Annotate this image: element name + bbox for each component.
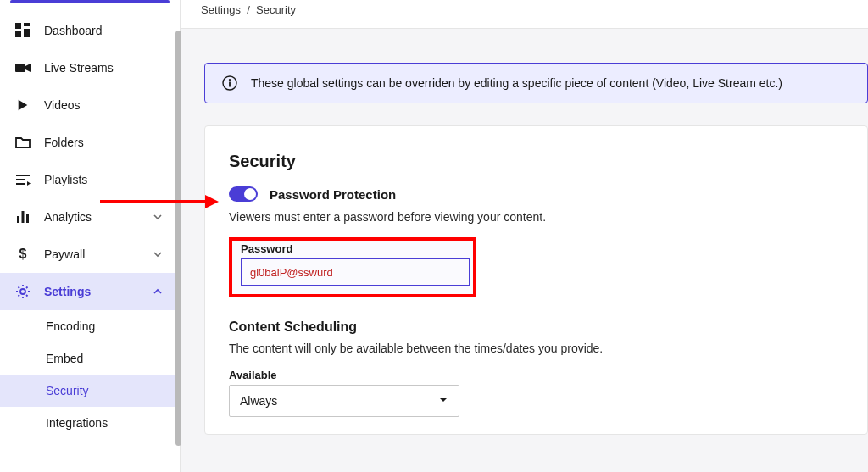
subnav-integrations[interactable]: Integrations xyxy=(0,407,180,439)
sidebar-item-label: Analytics xyxy=(44,210,139,224)
svg-rect-8 xyxy=(17,216,19,223)
breadcrumb-leaf: Security xyxy=(256,3,296,16)
svg-rect-15 xyxy=(229,82,231,87)
svg-rect-10 xyxy=(26,214,29,223)
available-value: Always xyxy=(240,394,277,408)
chevron-down-icon xyxy=(153,248,164,260)
sidebar-item-label: Folders xyxy=(44,136,164,149)
sidebar-item-label: Live Streams xyxy=(44,61,164,75)
camera-icon xyxy=(15,60,31,75)
info-banner-text: These global settings can be overriden b… xyxy=(251,76,782,90)
subnav-label: Encoding xyxy=(46,319,95,333)
subnav-label: Embed xyxy=(46,352,83,365)
breadcrumb-root[interactable]: Settings xyxy=(201,3,241,16)
caret-down-icon xyxy=(438,394,448,408)
sidebar-item-videos[interactable]: Videos xyxy=(0,86,180,124)
sidebar-item-folders[interactable]: Folders xyxy=(0,124,180,161)
sidebar-item-paywall[interactable]: $ Paywall xyxy=(0,236,180,273)
settings-card: Security Password Protection Viewers mus… xyxy=(204,125,868,435)
sidebar-item-label: Playlists xyxy=(44,173,164,186)
sidebar-item-label: Dashboard xyxy=(44,24,164,37)
password-label: Password xyxy=(241,242,465,255)
svg-rect-4 xyxy=(15,64,25,72)
sidebar: Dashboard Live Streams Videos Folders xyxy=(0,0,181,472)
security-heading: Security xyxy=(229,152,843,171)
dashboard-icon xyxy=(15,23,31,38)
svg-point-14 xyxy=(229,79,231,81)
breadcrumb-sep: / xyxy=(247,3,250,16)
dollar-icon: $ xyxy=(15,247,31,262)
available-label: Available xyxy=(229,369,843,381)
svg-rect-9 xyxy=(22,211,25,223)
svg-rect-2 xyxy=(24,29,30,37)
svg-rect-1 xyxy=(24,23,30,26)
svg-point-12 xyxy=(20,289,25,294)
sidebar-item-settings[interactable]: Settings xyxy=(0,273,180,310)
main-content: Settings / Security These global setting… xyxy=(181,0,868,472)
subnav-label: Integrations xyxy=(46,416,108,430)
sidebar-item-playlists[interactable]: Playlists xyxy=(0,161,180,198)
subnav-security[interactable]: Security xyxy=(0,375,180,407)
breadcrumb: Settings / Security xyxy=(181,0,868,29)
sidebar-item-live-streams[interactable]: Live Streams xyxy=(0,49,180,86)
settings-subnav: Encoding Embed Security Integrations xyxy=(0,310,180,439)
password-input[interactable] xyxy=(241,258,470,286)
password-protection-toggle[interactable] xyxy=(229,186,258,202)
sidebar-item-analytics[interactable]: Analytics xyxy=(0,198,180,236)
info-icon xyxy=(222,75,237,91)
gear-icon xyxy=(15,284,31,299)
chevron-down-icon xyxy=(153,211,164,223)
brand-accent xyxy=(10,0,170,3)
subnav-encoding[interactable]: Encoding xyxy=(0,310,180,342)
password-protection-desc: Viewers must enter a password before vie… xyxy=(229,210,843,224)
scheduling-desc: The content will only be available betwe… xyxy=(229,342,843,355)
subnav-label: Security xyxy=(46,384,89,397)
folder-icon xyxy=(15,135,31,150)
sidebar-item-label: Paywall xyxy=(44,247,139,261)
playlist-icon xyxy=(15,172,31,187)
svg-text:$: $ xyxy=(19,247,27,261)
sidebar-item-label: Settings xyxy=(44,285,139,298)
password-protection-label: Password Protection xyxy=(270,187,396,202)
analytics-icon xyxy=(15,209,31,225)
play-icon xyxy=(15,97,31,113)
password-field-highlight: Password xyxy=(229,237,476,297)
scheduling-heading: Content Scheduling xyxy=(229,319,843,335)
svg-rect-3 xyxy=(15,31,21,37)
subnav-embed[interactable]: Embed xyxy=(0,342,180,375)
sidebar-item-dashboard[interactable]: Dashboard xyxy=(0,12,180,49)
sidebar-item-label: Videos xyxy=(44,98,164,112)
chevron-up-icon xyxy=(153,286,164,297)
available-select[interactable]: Always xyxy=(229,385,459,417)
info-banner: These global settings can be overriden b… xyxy=(204,63,868,103)
toggle-knob xyxy=(244,188,256,200)
svg-rect-0 xyxy=(15,23,21,29)
